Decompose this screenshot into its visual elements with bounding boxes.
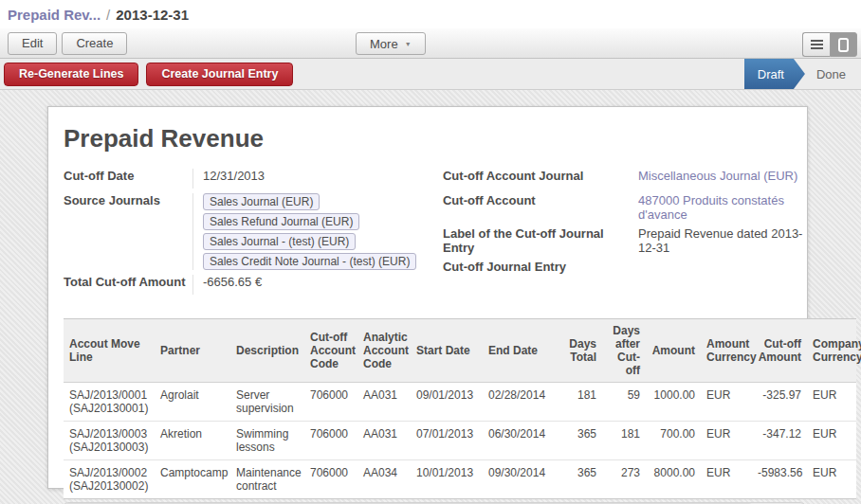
table-cell: Akretion (155, 422, 230, 460)
field-cutoff-account: Cut-off Account 487000 Produits constaté… (443, 193, 807, 222)
cutoff-date-value: 12/31/2013 (192, 169, 433, 189)
column-header[interactable]: Partner (155, 319, 230, 383)
breadcrumb: Prepaid Rev... / 2013-12-31 (0, 0, 861, 28)
table-cell: 07/01/2013 (411, 422, 483, 460)
table-cell: 181 (562, 383, 602, 422)
table-cell: 09/01/2013 (411, 383, 483, 422)
table-cell: EUR (701, 422, 752, 460)
table-cell: Server supervision (230, 383, 304, 422)
cutoff-journal-entry-value (638, 260, 807, 279)
table-cell: 181 (602, 422, 646, 460)
column-header[interactable]: Amount (646, 319, 701, 383)
form-sheet: Prepaid Revenue Cut-off Date 12/31/2013 … (47, 106, 808, 489)
cutoff-lines-table: Accout Move LinePartnerDescriptionCut-of… (64, 318, 856, 499)
table-cell: 706000 (304, 460, 357, 499)
field-source-journals: Source Journals Sales Journal (EUR)Sales… (64, 193, 433, 270)
more-button-label: More (370, 37, 398, 51)
table-cell: EUR (701, 460, 752, 499)
page-title: Prepaid Revenue (64, 124, 807, 153)
list-view-button[interactable] (802, 32, 830, 57)
cutoff-journal-entry-label: Cut-off Journal Entry (443, 260, 638, 279)
table-cell: AA034 (357, 460, 411, 499)
table-cell: SAJ/2013/0002 (SAJ20130002) (64, 460, 155, 499)
cutoff-account-journal-value[interactable]: Miscellaneous Journal (EUR) (638, 169, 807, 189)
status-draft: Draft (744, 59, 805, 89)
regenerate-lines-button[interactable]: Re-Generate Lines (4, 63, 138, 86)
cutoff-account-journal-label: Cut-off Account Journal (443, 169, 638, 189)
table-row[interactable]: SAJ/2013/0002 (SAJ20130002)CamptocampMai… (64, 460, 856, 499)
table-cell: EUR (807, 383, 856, 422)
status-action-bar: Re-Generate Lines Create Journal Entry D… (0, 59, 861, 90)
field-cutoff-journal-entry: Cut-off Journal Entry (443, 260, 807, 279)
table-cell: EUR (701, 383, 752, 422)
column-header[interactable]: End Date (483, 319, 562, 383)
column-header[interactable]: Cut-off Amount (752, 319, 807, 383)
table-cell: EUR (807, 422, 856, 460)
table-cell: 06/30/2014 (483, 422, 562, 460)
toolbar: Edit Create More ▼ (0, 28, 861, 59)
journal-tag: Sales Refund Journal (EUR) (203, 213, 359, 230)
table-row[interactable]: SAJ/2013/0001 (SAJ20130001)AgrolaitServe… (64, 383, 856, 422)
breadcrumb-separator: / (106, 7, 110, 23)
view-switcher (802, 32, 857, 57)
cutoff-account-label: Cut-off Account (443, 193, 638, 222)
chevron-down-icon: ▼ (405, 41, 412, 47)
table-cell: SAJ/2013/0001 (SAJ20130001) (64, 383, 155, 422)
journal-entry-label-label: Label of the Cut-off Journal Entry (443, 226, 638, 255)
breadcrumb-parent-link[interactable]: Prepaid Rev... (8, 7, 101, 23)
table-cell: 10/01/2013 (411, 460, 483, 499)
field-group-left: Cut-off Date 12/31/2013 Source Journals … (64, 169, 433, 299)
table-row[interactable]: SAJ/2013/0003 (SAJ20130003)AkretionSwimm… (64, 422, 856, 460)
column-header[interactable]: Days Total (562, 319, 602, 383)
more-button[interactable]: More ▼ (356, 32, 426, 55)
field-total-cutoff-amount: Total Cut-off Amount -6656.65 € (64, 275, 433, 295)
table-cell: 365 (562, 460, 602, 499)
content-area: Prepaid Revenue Cut-off Date 12/31/2013 … (0, 90, 861, 504)
column-header[interactable]: Cut-off Account Code (304, 319, 357, 383)
column-header[interactable]: Company Currency (807, 319, 856, 383)
table-cell: 365 (562, 422, 602, 460)
journal-tag: Sales Journal (EUR) (203, 193, 320, 210)
column-header[interactable]: Days after Cut-off (602, 319, 646, 383)
field-cutoff-date: Cut-off Date 12/31/2013 (64, 169, 433, 189)
breadcrumb-current: 2013-12-31 (116, 7, 189, 23)
create-button[interactable]: Create (62, 32, 127, 55)
column-header[interactable]: Analytic Account Code (357, 319, 411, 383)
table-cell: 1000.00 (646, 383, 701, 422)
journal-tag: Sales Journal - (test) (EUR) (203, 233, 356, 250)
field-cutoff-account-journal: Cut-off Account Journal Miscellaneous Jo… (443, 169, 807, 189)
table-cell: 8000.00 (646, 460, 701, 499)
edit-button[interactable]: Edit (8, 32, 57, 55)
column-header[interactable]: Start Date (411, 319, 483, 383)
table-cell: AA031 (357, 383, 411, 422)
form-view-button[interactable] (830, 32, 857, 57)
table-cell: -325.97 (752, 383, 807, 422)
table-body: SAJ/2013/0001 (SAJ20130001)AgrolaitServe… (64, 383, 856, 499)
form-icon (838, 38, 849, 52)
table-cell: 02/28/2014 (483, 383, 562, 422)
table-cell: Camptocamp (155, 460, 230, 499)
column-header[interactable]: Amount Currency (701, 319, 752, 383)
column-header[interactable]: Description (230, 319, 304, 383)
statusbar: Draft Done (744, 59, 861, 89)
journal-tag: Sales Credit Note Journal - (test) (EUR) (203, 253, 416, 270)
table-cell: Agrolait (155, 383, 230, 422)
total-cutoff-amount-label: Total Cut-off Amount (64, 275, 192, 295)
total-cutoff-amount-value: -6656.65 € (192, 275, 433, 295)
list-icon (811, 44, 823, 45)
source-journals-label: Source Journals (64, 193, 192, 270)
cutoff-account-value[interactable]: 487000 Produits constatés d'avance (638, 193, 807, 222)
table-cell: -5983.56 (752, 460, 807, 499)
table-cell: SAJ/2013/0003 (SAJ20130003) (64, 422, 155, 460)
source-journals-tags: Sales Journal (EUR)Sales Refund Journal … (203, 193, 433, 270)
table-cell: 706000 (304, 383, 357, 422)
field-journal-entry-label: Label of the Cut-off Journal Entry Prepa… (443, 226, 807, 255)
create-journal-entry-button[interactable]: Create Journal Entry (146, 63, 293, 86)
column-header[interactable]: Accout Move Line (64, 319, 155, 383)
table-cell: AA031 (357, 422, 411, 460)
status-done: Done (816, 67, 846, 81)
table-cell: -347.12 (752, 422, 807, 460)
journal-entry-label-value: Prepaid Revenue dated 2013-12-31 (638, 226, 807, 255)
field-group-right: Cut-off Account Journal Miscellaneous Jo… (443, 169, 807, 299)
table-cell: EUR (807, 460, 856, 499)
